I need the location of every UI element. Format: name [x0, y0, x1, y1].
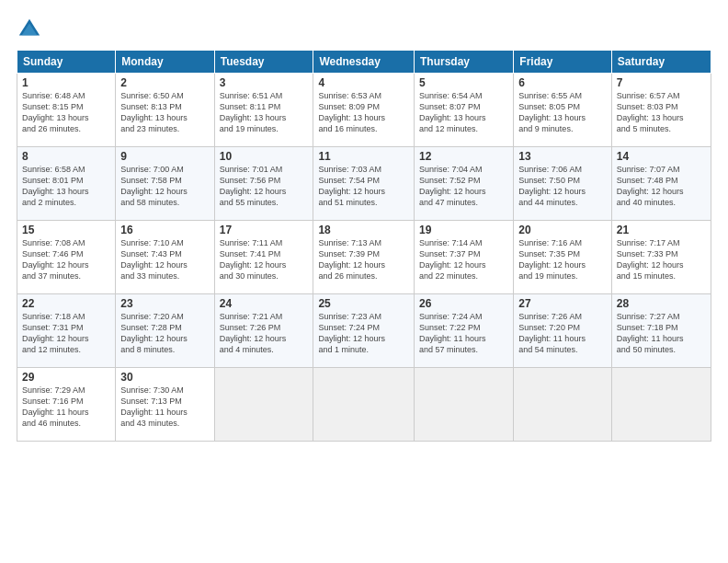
day-info: Sunrise: 6:58 AM Sunset: 8:01 PM Dayligh… [22, 164, 110, 209]
day-info: Sunrise: 7:14 AM Sunset: 7:37 PM Dayligh… [419, 237, 508, 282]
table-row: 30Sunrise: 7:30 AM Sunset: 7:13 PM Dayli… [116, 368, 214, 442]
table-row: 24Sunrise: 7:21 AM Sunset: 7:26 PM Dayli… [214, 294, 313, 368]
day-info: Sunrise: 6:50 AM Sunset: 8:13 PM Dayligh… [120, 90, 209, 135]
table-row [214, 368, 313, 442]
day-number: 10 [220, 150, 309, 163]
day-number: 9 [120, 150, 209, 163]
col-thursday: Thursday [415, 51, 514, 74]
day-info: Sunrise: 6:53 AM Sunset: 8:09 PM Dayligh… [318, 90, 409, 135]
day-info: Sunrise: 6:55 AM Sunset: 8:05 PM Dayligh… [518, 90, 607, 135]
day-number: 4 [318, 76, 409, 89]
table-row: 28Sunrise: 7:27 AM Sunset: 7:18 PM Dayli… [611, 294, 711, 368]
day-info: Sunrise: 7:07 AM Sunset: 7:48 PM Dayligh… [617, 164, 706, 209]
table-row: 19Sunrise: 7:14 AM Sunset: 7:37 PM Dayli… [415, 221, 514, 294]
table-row [611, 368, 711, 442]
day-number: 14 [617, 150, 706, 163]
day-info: Sunrise: 7:01 AM Sunset: 7:56 PM Dayligh… [220, 164, 309, 209]
col-saturday: Saturday [611, 51, 711, 74]
table-row: 9Sunrise: 7:00 AM Sunset: 7:58 PM Daylig… [116, 147, 214, 221]
table-row: 1Sunrise: 6:48 AM Sunset: 8:15 PM Daylig… [17, 74, 116, 147]
day-info: Sunrise: 7:08 AM Sunset: 7:46 PM Dayligh… [22, 237, 110, 282]
day-number: 6 [518, 76, 607, 89]
table-row: 22Sunrise: 7:18 AM Sunset: 7:31 PM Dayli… [17, 294, 116, 368]
table-row: 27Sunrise: 7:26 AM Sunset: 7:20 PM Dayli… [514, 294, 612, 368]
table-row: 2Sunrise: 6:50 AM Sunset: 8:13 PM Daylig… [116, 74, 214, 147]
day-info: Sunrise: 7:21 AM Sunset: 7:26 PM Dayligh… [220, 311, 309, 356]
calendar-week-row: 22Sunrise: 7:18 AM Sunset: 7:31 PM Dayli… [17, 294, 711, 368]
day-info: Sunrise: 7:24 AM Sunset: 7:22 PM Dayligh… [419, 311, 508, 356]
day-info: Sunrise: 6:51 AM Sunset: 8:11 PM Dayligh… [220, 90, 309, 135]
day-info: Sunrise: 7:11 AM Sunset: 7:41 PM Dayligh… [220, 237, 309, 282]
table-row: 8Sunrise: 6:58 AM Sunset: 8:01 PM Daylig… [17, 147, 116, 221]
logo [17, 17, 46, 42]
logo-icon [17, 17, 42, 42]
day-info: Sunrise: 7:03 AM Sunset: 7:54 PM Dayligh… [318, 164, 409, 209]
day-number: 29 [22, 371, 110, 384]
day-info: Sunrise: 7:16 AM Sunset: 7:35 PM Dayligh… [518, 237, 607, 282]
table-row: 4Sunrise: 6:53 AM Sunset: 8:09 PM Daylig… [313, 74, 415, 147]
day-number: 26 [419, 297, 508, 310]
day-number: 20 [518, 224, 607, 236]
day-number: 7 [617, 76, 706, 89]
table-row: 25Sunrise: 7:23 AM Sunset: 7:24 PM Dayli… [313, 294, 415, 368]
col-sunday: Sunday [17, 51, 116, 74]
day-number: 25 [318, 297, 409, 310]
day-number: 27 [518, 297, 607, 310]
day-info: Sunrise: 7:00 AM Sunset: 7:58 PM Dayligh… [120, 164, 209, 209]
day-info: Sunrise: 7:18 AM Sunset: 7:31 PM Dayligh… [22, 311, 110, 356]
table-row: 18Sunrise: 7:13 AM Sunset: 7:39 PM Dayli… [313, 221, 415, 294]
table-row: 5Sunrise: 6:54 AM Sunset: 8:07 PM Daylig… [415, 74, 514, 147]
day-info: Sunrise: 7:10 AM Sunset: 7:43 PM Dayligh… [120, 237, 209, 282]
day-number: 18 [318, 224, 409, 236]
day-info: Sunrise: 7:27 AM Sunset: 7:18 PM Dayligh… [617, 311, 706, 356]
table-row: 3Sunrise: 6:51 AM Sunset: 8:11 PM Daylig… [214, 74, 313, 147]
day-info: Sunrise: 7:04 AM Sunset: 7:52 PM Dayligh… [419, 164, 508, 209]
header [17, 17, 711, 42]
calendar-week-row: 8Sunrise: 6:58 AM Sunset: 8:01 PM Daylig… [17, 147, 711, 221]
table-row: 23Sunrise: 7:20 AM Sunset: 7:28 PM Dayli… [116, 294, 214, 368]
day-number: 21 [617, 224, 706, 236]
day-info: Sunrise: 6:48 AM Sunset: 8:15 PM Dayligh… [22, 90, 110, 135]
day-info: Sunrise: 6:54 AM Sunset: 8:07 PM Dayligh… [419, 90, 508, 135]
day-number: 19 [419, 224, 508, 236]
day-number: 11 [318, 150, 409, 163]
day-number: 30 [120, 371, 209, 384]
table-row [514, 368, 612, 442]
day-info: Sunrise: 6:57 AM Sunset: 8:03 PM Dayligh… [617, 90, 706, 135]
table-row: 14Sunrise: 7:07 AM Sunset: 7:48 PM Dayli… [611, 147, 711, 221]
day-info: Sunrise: 7:13 AM Sunset: 7:39 PM Dayligh… [318, 237, 409, 282]
table-row: 15Sunrise: 7:08 AM Sunset: 7:46 PM Dayli… [17, 221, 116, 294]
table-row: 17Sunrise: 7:11 AM Sunset: 7:41 PM Dayli… [214, 221, 313, 294]
day-number: 17 [220, 224, 309, 236]
day-info: Sunrise: 7:23 AM Sunset: 7:24 PM Dayligh… [318, 311, 409, 356]
calendar-week-row: 29Sunrise: 7:29 AM Sunset: 7:16 PM Dayli… [17, 368, 711, 442]
table-row: 6Sunrise: 6:55 AM Sunset: 8:05 PM Daylig… [514, 74, 612, 147]
day-info: Sunrise: 7:30 AM Sunset: 7:13 PM Dayligh… [120, 385, 209, 430]
table-row: 20Sunrise: 7:16 AM Sunset: 7:35 PM Dayli… [514, 221, 612, 294]
calendar-page: Sunday Monday Tuesday Wednesday Thursday… [0, 0, 728, 563]
day-number: 24 [220, 297, 309, 310]
day-info: Sunrise: 7:06 AM Sunset: 7:50 PM Dayligh… [518, 164, 607, 209]
table-row: 21Sunrise: 7:17 AM Sunset: 7:33 PM Dayli… [611, 221, 711, 294]
day-number: 13 [518, 150, 607, 163]
day-number: 22 [22, 297, 110, 310]
day-number: 5 [419, 76, 508, 89]
day-number: 12 [419, 150, 508, 163]
table-row: 10Sunrise: 7:01 AM Sunset: 7:56 PM Dayli… [214, 147, 313, 221]
calendar-week-row: 15Sunrise: 7:08 AM Sunset: 7:46 PM Dayli… [17, 221, 711, 294]
table-row: 26Sunrise: 7:24 AM Sunset: 7:22 PM Dayli… [415, 294, 514, 368]
day-info: Sunrise: 7:26 AM Sunset: 7:20 PM Dayligh… [518, 311, 607, 356]
table-row: 29Sunrise: 7:29 AM Sunset: 7:16 PM Dayli… [17, 368, 116, 442]
table-row [415, 368, 514, 442]
day-number: 3 [220, 76, 309, 89]
day-number: 8 [22, 150, 110, 163]
day-number: 15 [22, 224, 110, 236]
col-monday: Monday [116, 51, 214, 74]
table-row: 11Sunrise: 7:03 AM Sunset: 7:54 PM Dayli… [313, 147, 415, 221]
table-row: 12Sunrise: 7:04 AM Sunset: 7:52 PM Dayli… [415, 147, 514, 221]
day-number: 2 [120, 76, 209, 89]
day-number: 28 [617, 297, 706, 310]
table-row: 13Sunrise: 7:06 AM Sunset: 7:50 PM Dayli… [514, 147, 612, 221]
day-number: 1 [22, 76, 110, 89]
day-info: Sunrise: 7:17 AM Sunset: 7:33 PM Dayligh… [617, 237, 706, 282]
